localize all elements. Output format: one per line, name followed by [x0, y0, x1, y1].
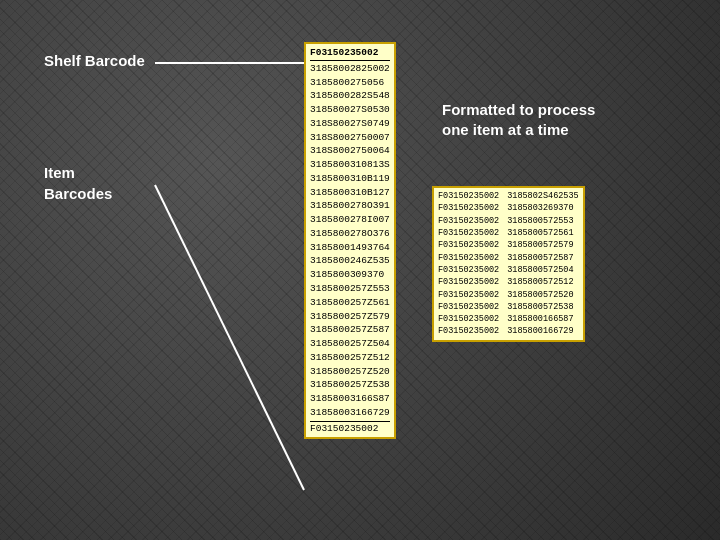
formatted-label: Formatted to process one item at a time [442, 100, 595, 141]
main-barcode-table: F03150235002 31858002825002 318580027505… [304, 42, 396, 439]
shelf-barcode-label: Shelf Barcode [44, 52, 145, 69]
main-content: Shelf Barcode Item Barcodes F03150235002… [0, 0, 720, 540]
svg-line-1 [155, 185, 304, 490]
formatted-line2: one item at a time [442, 120, 595, 140]
formatted-line1: Formatted to process [442, 100, 595, 120]
item-barcodes-label: Item Barcodes [44, 162, 112, 204]
right-barcode-table: F031502350023185802S462535 F031502350023… [432, 186, 585, 342]
main-table-header: F03150235002 [310, 46, 390, 61]
main-table-rows: 31858002825002 3185800275056 3185800282S… [310, 62, 390, 436]
